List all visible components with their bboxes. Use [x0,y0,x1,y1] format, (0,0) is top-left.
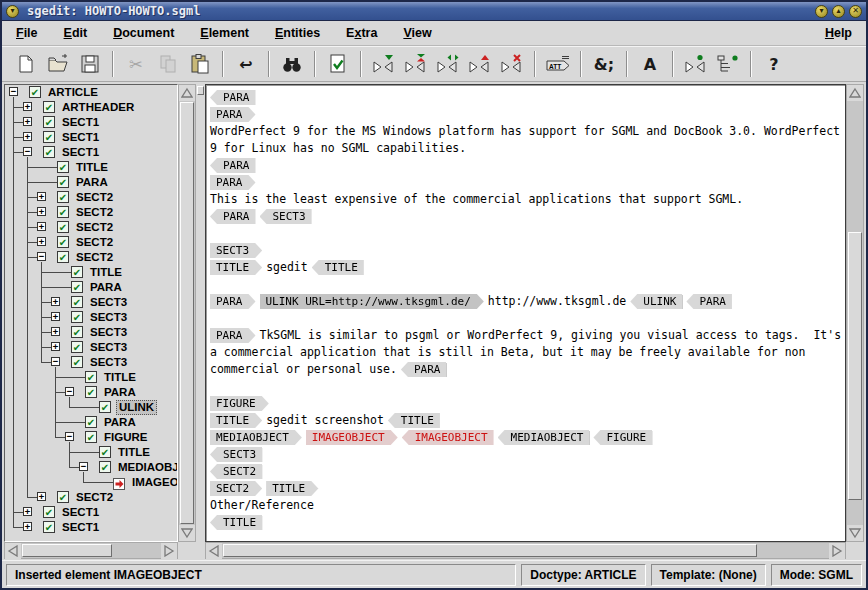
sgml-open-tag-title[interactable]: TITLE [210,413,262,428]
sgml-close-tag-sect3[interactable]: SECT3 [210,447,262,462]
window-menu-icon[interactable]: ▾ [6,5,19,18]
tree-node-sect1[interactable]: +✔SECT1 [5,130,177,145]
tree-node-title[interactable]: ✔TITLE [5,445,177,460]
tree-node-sect2[interactable]: +✔SECT2 [5,490,177,505]
scroll-up-icon[interactable] [847,85,863,101]
sgml-open-tag-title[interactable]: TITLE [210,260,262,275]
tree-node-ulink[interactable]: ✔ULINK [5,400,177,415]
tree-node-sect3[interactable]: −✔SECT3 [5,355,177,370]
tree-node-sect2[interactable]: +✔SECT2 [5,205,177,220]
sgml-close-tag-para[interactable]: PARA [210,90,256,105]
expand-icon[interactable]: + [23,507,32,516]
menu-item-help[interactable]: Help [823,24,854,42]
tree-node-figure[interactable]: −✔FIGURE [5,430,177,445]
tree-vscroll-trough[interactable] [179,101,195,525]
menu-item-extra[interactable]: Extra [344,24,379,42]
tree-node-title[interactable]: ✔TITLE [5,160,177,175]
tree-hscroll-thumb[interactable] [22,544,112,557]
titlebar[interactable]: ▾ sgedit: HOWTO-HOWTO.sgml ▾ ▴ ✕ [2,2,866,21]
expand-icon[interactable]: + [37,222,46,231]
sgml-close-tag-mediaobject[interactable]: MEDIAOBJECT [498,430,590,445]
expand-icon[interactable]: + [51,342,60,351]
pane-divider[interactable] [196,84,205,559]
character-format-button[interactable]: A [635,50,665,78]
help-button[interactable]: ? [759,50,789,78]
insert-element-dialog-button[interactable] [681,50,711,78]
sgml-close-tag-para[interactable]: PARA [401,362,447,377]
tree-node-para[interactable]: ✔PARA [5,280,177,295]
sgml-open-tag-sect2[interactable]: SECT2 [210,481,262,496]
collapse-icon[interactable]: − [51,357,60,366]
save-file-button[interactable] [75,50,105,78]
sgml-close-tag-sect2[interactable]: SECT2 [210,464,262,479]
open-file-button[interactable] [43,50,73,78]
tree-node-sect2[interactable]: +✔SECT2 [5,235,177,250]
sgml-close-tag-title[interactable]: TITLE [210,515,262,530]
entities-button[interactable]: &; [589,50,619,78]
sgml-open-tag-figure[interactable]: FIGURE [210,396,269,411]
tree-node-sect1[interactable]: +✔SECT1 [5,505,177,520]
expand-icon[interactable]: + [51,297,60,306]
tree-node-para[interactable]: ✔PARA [5,175,177,190]
delete-element-button[interactable] [497,50,527,78]
expand-icon[interactable]: + [37,237,46,246]
collapse-icon[interactable]: − [23,147,32,156]
sgml-open-tag-sect3[interactable]: SECT3 [210,243,262,258]
collapse-icon[interactable]: − [37,252,46,261]
sgml-close-tag-imageobject[interactable]: IMAGEOBJECT [402,430,494,445]
tree-vscroll-thumb[interactable] [180,102,194,524]
tree-node-imageobject[interactable]: IMAGEOBJECT [5,475,177,490]
sgml-open-tag-para[interactable]: PARA [210,175,256,190]
sgml-open-tag-para[interactable]: PARA [210,328,256,343]
pane-sash-handle[interactable] [197,86,204,95]
editor-vertical-scrollbar[interactable] [846,84,864,542]
tree-node-sect3[interactable]: +✔SECT3 [5,310,177,325]
cut-button[interactable]: ✂ [121,50,151,78]
menu-item-view[interactable]: View [401,24,433,42]
tree-node-sect2[interactable]: +✔SECT2 [5,190,177,205]
scroll-left-icon[interactable] [5,543,21,559]
menu-item-edit[interactable]: Edit [62,24,90,42]
collapse-icon[interactable]: − [9,87,18,96]
editor-vscroll-trough[interactable] [847,101,863,525]
element-tree-button[interactable] [713,50,743,78]
scroll-down-icon[interactable] [179,525,195,541]
collapse-icon[interactable]: − [65,387,74,396]
tree-hscroll-trough[interactable] [21,543,161,558]
menu-item-document[interactable]: Document [111,24,176,42]
scroll-right-icon[interactable] [161,543,177,559]
insert-element-between-button[interactable] [433,50,463,78]
undo-button[interactable]: ↩ [231,50,261,78]
tree-node-sect3[interactable]: +✔SECT3 [5,295,177,310]
expand-icon[interactable]: + [37,192,46,201]
minimize-icon[interactable]: ▾ [815,5,828,18]
sgml-open-tag-para[interactable]: PARA [210,294,256,309]
scroll-down-icon[interactable] [847,525,863,541]
tree-horizontal-scrollbar[interactable] [4,542,178,559]
sgml-open-tag-mediaobject[interactable]: MEDIAOBJECT [210,430,302,445]
new-file-button[interactable] [11,50,41,78]
sgml-open-tag-imageobject[interactable]: IMAGEOBJECT [306,430,398,445]
tree-vertical-scrollbar[interactable] [178,84,196,542]
expand-icon[interactable]: + [51,312,60,321]
editor-vscroll-thumb[interactable] [848,232,862,499]
sgml-editor-canvas[interactable]: PARAPARAWordPerfect 9 for the MS Windows… [205,84,846,542]
attributes-button[interactable]: ATT [543,50,573,78]
scroll-right-icon[interactable] [829,543,845,559]
tree-node-title[interactable]: ✔TITLE [5,370,177,385]
sgml-close-tag-title[interactable]: TITLE [388,413,440,428]
expand-icon[interactable]: + [51,327,60,336]
validate-button[interactable] [323,50,353,78]
sgml-close-tag-para[interactable]: PARA [210,158,256,173]
sgml-close-tag-ulink[interactable]: ULINK [630,294,682,309]
editor-horizontal-scrollbar[interactable] [205,542,846,559]
sgml-close-tag-figure[interactable]: FIGURE [593,430,652,445]
remove-tag-button[interactable] [465,50,495,78]
sgml-open-tag-title[interactable]: TITLE [266,481,318,496]
editor-hscroll-trough[interactable] [222,543,829,558]
insert-element-below-button[interactable] [369,50,399,78]
scroll-left-icon[interactable] [206,543,222,559]
tree-node-sect2[interactable]: +✔SECT2 [5,220,177,235]
sgml-close-tag-sect3[interactable]: SECT3 [260,209,312,224]
sgml-close-tag-para[interactable]: PARA [686,294,732,309]
